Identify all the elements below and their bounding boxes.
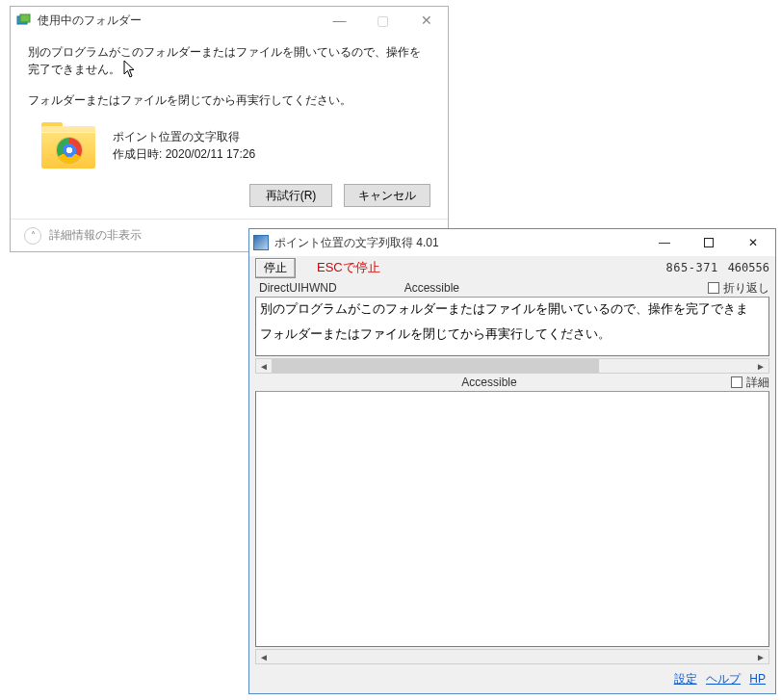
- captured-text-pane-1[interactable]: 別のプログラムがこのフォルダーまたはファイルを開いているので、操作を完了できま …: [255, 297, 769, 356]
- captured-line-1: 別のプログラムがこのフォルダーまたはファイルを開いているので、操作を完了できま: [260, 299, 765, 319]
- accessible-label-1: Accessible: [404, 281, 459, 295]
- help-link[interactable]: ヘルプ: [706, 672, 741, 686]
- detail-label: 詳細: [746, 375, 769, 391]
- scroll-right-icon[interactable]: ►: [753, 359, 768, 373]
- hex-readout: 460556: [728, 261, 769, 274]
- captured-text-pane-2[interactable]: [255, 391, 769, 647]
- coords-readout: 865-371: [666, 261, 718, 274]
- tool-maximize-button[interactable]: [687, 229, 731, 256]
- dialog-item-row: ポイント位置の文字取得 作成日時: 2020/02/11 17:26: [28, 122, 430, 169]
- wrap-checkbox[interactable]: 折り返し: [708, 280, 769, 297]
- scroll-right-icon[interactable]: ►: [753, 650, 768, 663]
- pane1-header: DirectUIHWND Accessible 折り返し: [249, 279, 775, 297]
- tool-close-button[interactable]: ✕: [731, 229, 775, 256]
- item-name: ポイント位置の文字取得: [113, 128, 255, 145]
- dialog-message-1: 別のプログラムがこのフォルダーまたはファイルを開いているので、操作を完了できませ…: [28, 43, 430, 78]
- pane1-horizontal-scrollbar[interactable]: ◄ ►: [255, 358, 769, 374]
- tool-minimize-button[interactable]: —: [642, 229, 687, 256]
- retry-button[interactable]: 再試行(R): [249, 184, 332, 207]
- scroll-left-icon[interactable]: ◄: [256, 650, 272, 663]
- tool-toolbar: 停止 ESCで停止 865-371 460556: [249, 256, 775, 279]
- folder-in-use-dialog: 使用中のフォルダー — ▢ ✕ 別のプログラムがこのフォルダーまたはファイルを開…: [10, 6, 449, 252]
- folder-copy-icon: [16, 13, 32, 28]
- minimize-button[interactable]: —: [318, 7, 361, 34]
- detail-checkbox[interactable]: 詳細: [731, 375, 769, 391]
- text-capture-window: ポイント位置の文字列取得 4.01 — ✕ 停止 ESCで停止 865-371 …: [248, 228, 776, 694]
- tool-title: ポイント位置の文字列取得 4.01: [274, 235, 439, 251]
- pane2-horizontal-scrollbar[interactable]: ◄ ►: [255, 649, 769, 664]
- pane2-header: Accessible 詳細: [249, 374, 775, 391]
- cancel-button[interactable]: キャンセル: [344, 184, 430, 207]
- maximize-button-disabled: ▢: [361, 7, 404, 34]
- chevron-up-icon: ˄: [24, 227, 41, 245]
- hp-link[interactable]: HP: [749, 672, 766, 686]
- accessible-label-2: Accessible: [255, 376, 723, 389]
- dialog-body: 別のプログラムがこのフォルダーまたはファイルを開いているので、操作を完了できませ…: [11, 34, 448, 169]
- dialog-message-2: フォルダーまたはファイルを閉じてから再実行してください。: [28, 91, 430, 109]
- tool-titlebar[interactable]: ポイント位置の文字列取得 4.01 — ✕: [249, 229, 775, 256]
- footer-links: 設定 ヘルプ HP: [668, 671, 766, 687]
- checkbox-icon: [731, 376, 742, 388]
- scroll-left-icon[interactable]: ◄: [256, 359, 272, 373]
- esc-stop-label: ESCで停止: [317, 259, 380, 276]
- wrap-label: 折り返し: [723, 280, 769, 297]
- close-button[interactable]: ✕: [404, 7, 448, 34]
- footer-label: 詳細情報の非表示: [49, 227, 142, 244]
- captured-line-2: フォルダーまたはファイルを閉じてから再実行してください。: [260, 324, 765, 344]
- scroll-thumb[interactable]: [272, 359, 599, 373]
- dialog-titlebar[interactable]: 使用中のフォルダー — ▢ ✕: [11, 7, 448, 34]
- stop-button[interactable]: 停止: [255, 258, 296, 278]
- dialog-title: 使用中のフォルダー: [38, 13, 142, 29]
- checkbox-icon: [708, 282, 719, 294]
- app-icon: [253, 235, 269, 250]
- folder-chrome-icon: [41, 122, 95, 169]
- item-created: 作成日時: 2020/02/11 17:26: [113, 145, 255, 163]
- class-label: DirectUIHWND: [259, 281, 337, 295]
- svg-rect-1: [20, 14, 30, 22]
- settings-link[interactable]: 設定: [674, 672, 697, 686]
